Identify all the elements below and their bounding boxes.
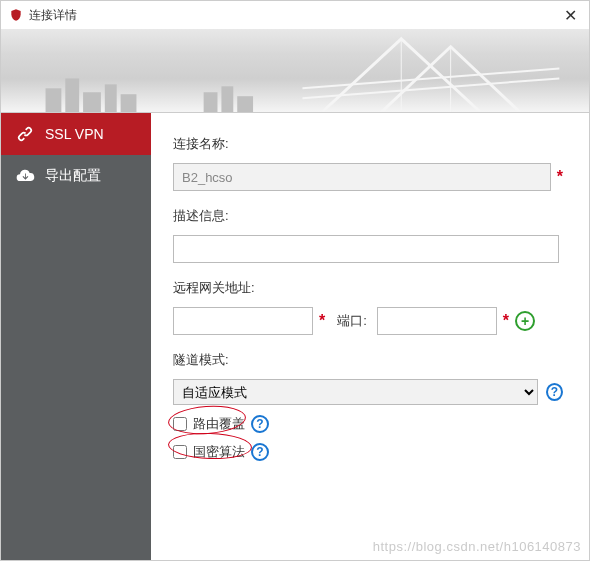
required-mark: * — [319, 312, 325, 330]
sidebar-item-label: SSL VPN — [45, 126, 104, 142]
svg-rect-6 — [83, 92, 101, 112]
add-gateway-button[interactable]: + — [515, 311, 535, 331]
label-tunnel-mode: 隧道模式: — [173, 351, 563, 369]
sidebar: SSL VPN 导出配置 — [1, 113, 151, 560]
svg-rect-8 — [121, 94, 137, 112]
link-icon — [15, 124, 35, 144]
field-gateway: 远程网关地址: * 端口: * + — [173, 279, 563, 335]
gateway-address-input[interactable] — [173, 307, 313, 335]
label-gateway: 远程网关地址: — [173, 279, 563, 297]
titlebar: 连接详情 ✕ — [1, 1, 589, 29]
route-override-label[interactable]: 路由覆盖 — [193, 415, 245, 433]
label-connection-name: 连接名称: — [173, 135, 563, 153]
port-input[interactable] — [377, 307, 497, 335]
main-area: SSL VPN 导出配置 连接名称: * 描述信息: — [1, 113, 589, 560]
connection-name-input[interactable] — [173, 163, 551, 191]
field-description: 描述信息: — [173, 207, 563, 263]
svg-line-2 — [302, 69, 559, 89]
titlebar-left: 连接详情 — [9, 7, 77, 24]
tunnel-mode-select[interactable]: 自适应模式 — [173, 379, 538, 405]
description-input[interactable] — [173, 235, 559, 263]
route-override-checkbox[interactable] — [173, 417, 187, 431]
form-content: 连接名称: * 描述信息: 远程网关地址: * 端口: — [151, 113, 589, 560]
cloud-download-icon — [15, 166, 35, 186]
gm-algorithm-label[interactable]: 国密算法 — [193, 443, 245, 461]
window-title: 连接详情 — [29, 7, 77, 24]
route-override-row: 路由覆盖 ? — [173, 415, 563, 433]
sidebar-item-sslvpn[interactable]: SSL VPN — [1, 113, 151, 155]
svg-rect-9 — [204, 92, 218, 112]
svg-rect-11 — [237, 96, 253, 112]
connection-details-window: 连接详情 ✕ — [0, 0, 590, 561]
field-tunnel-mode: 隧道模式: 自适应模式 ? 路由覆盖 ? 国密算法 ? — [173, 351, 563, 461]
field-connection-name: 连接名称: * — [173, 135, 563, 191]
label-description: 描述信息: — [173, 207, 563, 225]
gm-algorithm-row: 国密算法 ? — [173, 443, 563, 461]
sidebar-item-export[interactable]: 导出配置 — [1, 155, 151, 197]
gm-algorithm-checkbox[interactable] — [173, 445, 187, 459]
svg-line-3 — [302, 78, 559, 98]
required-mark: * — [557, 168, 563, 186]
svg-rect-10 — [221, 86, 233, 112]
help-icon[interactable]: ? — [546, 383, 563, 401]
help-icon[interactable]: ? — [251, 443, 269, 461]
svg-rect-4 — [46, 88, 62, 112]
sidebar-item-label: 导出配置 — [45, 167, 101, 185]
close-icon[interactable]: ✕ — [560, 6, 581, 25]
required-mark: * — [503, 312, 509, 330]
banner-image — [1, 29, 589, 113]
help-icon[interactable]: ? — [251, 415, 269, 433]
svg-rect-7 — [105, 84, 117, 112]
shield-icon — [9, 8, 23, 22]
label-port: 端口: — [337, 312, 367, 330]
svg-rect-5 — [65, 78, 79, 112]
